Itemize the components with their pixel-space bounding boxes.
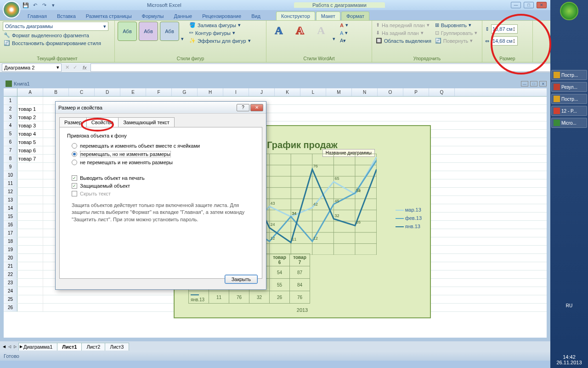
close-icon[interactable]: ✕ bbox=[537, 2, 547, 8]
cell[interactable] bbox=[17, 262, 43, 270]
tab-design[interactable]: Конструктор bbox=[276, 12, 315, 20]
cancel-icon[interactable]: ✕ bbox=[63, 64, 71, 70]
cell[interactable] bbox=[17, 304, 43, 311]
row-header[interactable]: 23 bbox=[4, 279, 17, 287]
cell[interactable] bbox=[17, 229, 43, 237]
cell[interactable] bbox=[17, 246, 43, 253]
sheet-tab[interactable]: Лист1 bbox=[57, 343, 82, 351]
formula-input[interactable] bbox=[90, 63, 586, 72]
row-header[interactable]: 4 bbox=[4, 121, 17, 129]
sheet-tab[interactable]: Лист3 bbox=[105, 343, 129, 351]
cell[interactable] bbox=[17, 237, 43, 245]
close-button[interactable]: Закрыть bbox=[225, 275, 258, 284]
wordart-style-3[interactable]: A bbox=[311, 22, 331, 39]
row-header[interactable]: 12 bbox=[4, 188, 17, 196]
name-box[interactable]: Диаграмма 2 ▾ bbox=[2, 63, 62, 72]
dialog-help-icon[interactable]: ? bbox=[237, 104, 249, 111]
shape-style-1[interactable]: Абв bbox=[118, 22, 137, 41]
row-header[interactable]: 19 bbox=[4, 246, 17, 253]
cell[interactable] bbox=[17, 163, 43, 171]
cell[interactable]: товар 7 bbox=[17, 155, 43, 162]
dialog-tab-alttext[interactable]: Замещающий текст bbox=[118, 117, 175, 127]
column-header[interactable]: D bbox=[95, 88, 120, 96]
radio-dont-move[interactable]: не перемещать и не изменять размеры bbox=[72, 160, 254, 165]
row-header[interactable]: 24 bbox=[4, 287, 17, 295]
cell[interactable] bbox=[17, 213, 43, 220]
text-fill-button[interactable]: A▾ bbox=[339, 22, 349, 29]
qat-dropdown-icon[interactable]: ▾ bbox=[50, 1, 57, 9]
column-header[interactable]: A bbox=[17, 88, 43, 96]
cell[interactable] bbox=[17, 287, 43, 295]
shape-effects-button[interactable]: ✨ Эффекты для фигур ▾ bbox=[188, 37, 252, 44]
row-header[interactable]: 5 bbox=[4, 130, 17, 138]
cell[interactable] bbox=[17, 295, 43, 303]
tab-review[interactable]: Рецензирование bbox=[198, 12, 246, 20]
dialog-tab-properties[interactable]: Свойства bbox=[86, 117, 119, 127]
column-header[interactable]: F bbox=[146, 88, 172, 96]
wb-close-icon[interactable]: ✕ bbox=[539, 81, 547, 86]
reset-style-button[interactable]: 🔄 Восстановить форматирование стиля bbox=[3, 40, 102, 46]
tab-layout[interactable]: Разметка страницы bbox=[81, 12, 136, 20]
column-header[interactable]: M bbox=[326, 88, 352, 96]
shape-outline-button[interactable]: ✏ Контур фигуры ▾ bbox=[188, 29, 252, 36]
row-header[interactable]: 25 bbox=[4, 295, 17, 303]
column-header[interactable]: H bbox=[198, 88, 223, 96]
row-header[interactable]: 18 bbox=[4, 237, 17, 245]
wordart-style-1[interactable]: A bbox=[269, 22, 288, 39]
cell[interactable] bbox=[17, 179, 43, 187]
cell[interactable]: товар 2 bbox=[17, 113, 43, 121]
row-header[interactable]: 20 bbox=[4, 254, 17, 262]
tab-nav-icons[interactable]: ◀ ◁ ▷ ▶ bbox=[3, 345, 23, 349]
row-header[interactable]: 21 bbox=[4, 262, 17, 270]
minimize-icon[interactable]: — bbox=[511, 2, 521, 8]
wordart-style-2[interactable]: A bbox=[290, 22, 310, 39]
start-button[interactable] bbox=[560, 2, 578, 20]
row-header[interactable]: 13 bbox=[4, 196, 17, 204]
row-header[interactable]: 11 bbox=[4, 179, 17, 187]
dialog-titlebar[interactable]: Размер и свойства ? ✕ bbox=[56, 102, 266, 114]
check-locked[interactable]: ✓Защищаемый объект bbox=[72, 183, 254, 189]
radio-move-size[interactable]: перемещать и изменять объект вместе с яч… bbox=[72, 143, 254, 149]
column-header[interactable]: L bbox=[300, 88, 326, 96]
radio-move-only[interactable]: перемещать, но не изменять размеры bbox=[72, 151, 254, 157]
cell[interactable]: товар 4 bbox=[17, 130, 43, 138]
cell[interactable] bbox=[17, 196, 43, 204]
column-header[interactable]: P bbox=[403, 88, 429, 96]
taskbar-item[interactable]: Постр... bbox=[551, 94, 587, 104]
cell[interactable] bbox=[17, 171, 43, 179]
enter-icon[interactable]: ✓ bbox=[71, 64, 79, 70]
cell[interactable] bbox=[17, 204, 43, 212]
group-button[interactable]: ⊡ Группировать ▾ bbox=[434, 29, 479, 36]
row-header[interactable]: 22 bbox=[4, 270, 17, 278]
sheet-tab[interactable]: Лист2 bbox=[81, 343, 105, 351]
taskbar-item[interactable]: Постр... bbox=[551, 70, 587, 80]
row-header[interactable]: 8 bbox=[4, 155, 17, 162]
align-button[interactable]: ⊞ Выровнять ▾ bbox=[434, 22, 479, 29]
row-header[interactable]: 14 bbox=[4, 204, 17, 212]
row-header[interactable]: 1 bbox=[4, 97, 17, 104]
column-header[interactable]: C bbox=[69, 88, 95, 96]
format-selection-button[interactable]: 🔧 Формат выделенного фрагмента bbox=[3, 32, 90, 39]
tab-data[interactable]: Данные bbox=[169, 12, 197, 20]
language-indicator[interactable]: RU bbox=[550, 303, 588, 308]
tab-chart-layout[interactable]: Макет bbox=[316, 12, 340, 20]
taskbar-item[interactable]: Резул... bbox=[551, 82, 587, 92]
selection-pane-button[interactable]: 🔲 Область выделения bbox=[375, 37, 432, 44]
bring-forward-button[interactable]: ⬆ На передний план ▾ bbox=[375, 22, 432, 29]
column-header[interactable]: K bbox=[275, 88, 300, 96]
column-header[interactable]: B bbox=[43, 88, 69, 96]
undo-icon[interactable]: ↶ bbox=[31, 1, 39, 9]
row-header[interactable]: 26 bbox=[4, 304, 17, 311]
sheet-tab[interactable]: Диаграмма1 bbox=[18, 343, 57, 351]
row-header[interactable]: 7 bbox=[4, 146, 17, 154]
chart-element-dropdown[interactable]: Область диаграммы ▾ bbox=[3, 22, 108, 31]
gallery-more-icon[interactable]: ▾ bbox=[333, 36, 335, 42]
row-header[interactable]: 2 bbox=[4, 105, 17, 113]
send-backward-button[interactable]: ⬇ На задний план ▾ bbox=[375, 29, 432, 36]
text-effects-button[interactable]: A▾ bbox=[339, 37, 349, 44]
row-header[interactable]: 15 bbox=[4, 213, 17, 220]
row-header[interactable]: 9 bbox=[4, 163, 17, 171]
maximize-icon[interactable]: □ bbox=[524, 2, 534, 8]
cell[interactable]: товар 3 bbox=[17, 121, 43, 129]
taskbar-item[interactable]: Micro... bbox=[551, 118, 587, 128]
